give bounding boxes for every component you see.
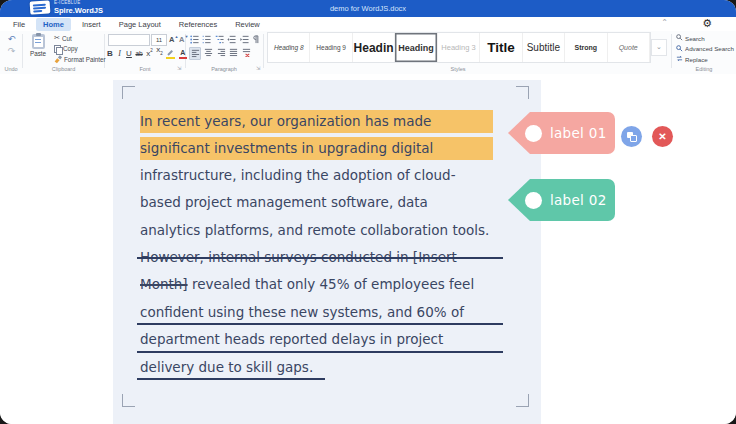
adv-search-icon <box>676 45 683 53</box>
close-icon: ✕ <box>658 131 666 142</box>
styles-gallery: Heading 8Heading 9HeadinHeadingHeading 3… <box>267 32 651 63</box>
strikethrough-button[interactable]: ab <box>136 49 143 59</box>
replace-icon <box>676 55 683 63</box>
style-subtitle[interactable]: Subtitle <box>523 33 565 62</box>
app-logo-icon <box>30 0 51 14</box>
group-divider <box>22 34 23 68</box>
numbered-list-icon[interactable] <box>202 34 212 45</box>
paste-button[interactable]: Paste <box>26 33 50 60</box>
highlighted-text: significant investments in upgrading dig… <box>140 137 493 160</box>
document-line[interactable]: analytics platforms, and remote collabor… <box>137 217 509 244</box>
group-divider <box>671 34 672 68</box>
tab-page-layout[interactable]: Page Layout <box>112 18 168 31</box>
underline-line <box>137 351 503 353</box>
style-heading-3[interactable]: Heading 3 <box>438 33 480 62</box>
document-line[interactable]: significant investments in upgrading dig… <box>137 134 509 161</box>
gear-icon[interactable]: ⚙ <box>702 18 712 29</box>
style-quote[interactable]: Quote <box>608 33 650 62</box>
font-color-button[interactable]: A <box>179 49 187 59</box>
document-title: demo for WordJS.docx <box>293 4 443 13</box>
strikethrough-line <box>137 257 503 259</box>
superscript-button[interactable]: x2 <box>146 46 153 59</box>
brush-icon <box>52 53 63 64</box>
annotation-tag-2[interactable]: label 02 <box>508 179 615 221</box>
document-line[interactable]: In recent years, our organization has ma… <box>137 107 509 134</box>
style-heading-9[interactable]: Heading 9 <box>310 33 352 62</box>
tag-hole-icon <box>525 192 542 209</box>
italic-button[interactable]: I <box>117 49 123 59</box>
group-label-styles: Styles <box>267 66 649 72</box>
style-heading-8[interactable]: Heading 8 <box>268 33 310 62</box>
shrink-font-button[interactable]: A▼ <box>179 34 188 44</box>
ribbon-tab-row: FileHomeInsertPage LayoutReferencesRevie… <box>6 17 267 31</box>
increase-indent-icon[interactable] <box>239 34 249 45</box>
redo-button[interactable]: ↷ <box>5 46 18 57</box>
scissors-icon: ✂ <box>54 34 60 42</box>
align-center-icon[interactable] <box>204 47 214 58</box>
style-headin[interactable]: Headin <box>353 33 395 62</box>
text-run: delivery due to skill gaps. <box>140 359 313 375</box>
copy-icon <box>54 45 61 53</box>
text-run: analytics platforms, and remote collabor… <box>140 222 489 238</box>
replace-button[interactable]: Replace <box>676 55 734 63</box>
shading-icon[interactable] <box>241 47 251 58</box>
style-heading[interactable]: Heading <box>395 33 437 62</box>
font-dialog-launcher-icon[interactable]: ⇲ <box>177 65 181 71</box>
text-boundary-corner-mark <box>122 86 135 99</box>
styles-gallery-more-icon[interactable]: ⌄ <box>651 39 667 56</box>
font-size-combobox[interactable]: 11 <box>151 34 167 46</box>
document-line[interactable]: Month] revealed that only 45% of employe… <box>137 271 509 298</box>
document-line[interactable]: However, internal surveys conducted in [… <box>137 244 509 271</box>
document-text-block: In recent years, our organization has ma… <box>137 107 509 381</box>
document-line[interactable]: confident using these new systems, and 6… <box>137 299 509 326</box>
highlighted-text: In recent years, our organization has ma… <box>140 110 493 133</box>
text-run: infrastructure, including the adoption o… <box>140 167 456 183</box>
tab-review[interactable]: Review <box>228 18 267 31</box>
paragraph-dialog-launcher-icon[interactable]: ⇲ <box>256 65 260 71</box>
tab-references[interactable]: References <box>172 18 224 31</box>
group-label-editing: Editing <box>672 66 736 72</box>
tab-insert[interactable]: Insert <box>75 18 108 31</box>
document-line[interactable]: based project management software, data <box>137 189 509 216</box>
format-painter-button[interactable]: Format Painter <box>54 55 106 63</box>
app-window: E-ICEBLUE Spire.WordJS demo for WordJS.d… <box>0 0 736 424</box>
delete-annotation-button[interactable]: ✕ <box>652 126 673 147</box>
advanced-search-button[interactable]: Advanced Search <box>676 45 734 53</box>
text-run: In recent years, our organization has ma… <box>140 113 431 129</box>
undo-button[interactable]: ↶ <box>5 34 18 45</box>
collapse-ribbon-icon[interactable]: ⌃ <box>661 18 668 27</box>
align-left-icon[interactable] <box>189 47 201 60</box>
document-line[interactable]: delivery due to skill gaps. <box>137 354 509 381</box>
decrease-indent-icon[interactable] <box>227 34 237 45</box>
grow-font-button[interactable]: A▲ <box>169 34 178 44</box>
underline-button[interactable]: U <box>126 49 132 59</box>
multilevel-list-icon[interactable] <box>214 34 224 45</box>
tab-home[interactable]: Home <box>36 18 71 31</box>
bullet-list-icon[interactable] <box>189 34 199 45</box>
underline-line <box>137 378 325 380</box>
justify-icon[interactable] <box>229 47 239 58</box>
brand-company: E-ICEBLUE <box>54 1 103 6</box>
cut-button[interactable]: ✂ Cut <box>54 34 106 42</box>
copy-button[interactable]: Copy <box>54 45 106 53</box>
tag-hole-icon <box>525 125 542 142</box>
search-button[interactable]: Search <box>676 34 734 42</box>
show-marks-icon[interactable] <box>252 34 262 45</box>
tab-file[interactable]: File <box>6 18 32 31</box>
group-label-clipboard: Clipboard <box>26 66 101 72</box>
bold-button[interactable]: B <box>107 49 113 59</box>
document-line[interactable]: infrastructure, including the adoption o… <box>137 162 509 189</box>
style-strong[interactable]: Strong <box>565 33 607 62</box>
tag-label: label 01 <box>550 125 607 141</box>
document-page[interactable]: In recent years, our organization has ma… <box>113 80 541 424</box>
align-right-icon[interactable] <box>216 47 226 58</box>
document-line[interactable]: department heads reported delays in proj… <box>137 326 509 353</box>
font-name-combobox[interactable] <box>108 34 150 46</box>
subscript-button[interactable]: x2 <box>156 45 163 59</box>
paste-icon <box>32 34 45 49</box>
style-title[interactable]: Title <box>480 33 522 62</box>
copy-annotation-button[interactable] <box>621 126 642 147</box>
text-highlight-button[interactable] <box>166 49 175 59</box>
tag-label: label 02 <box>550 192 607 208</box>
annotation-tag-1[interactable]: label 01 <box>508 112 615 154</box>
